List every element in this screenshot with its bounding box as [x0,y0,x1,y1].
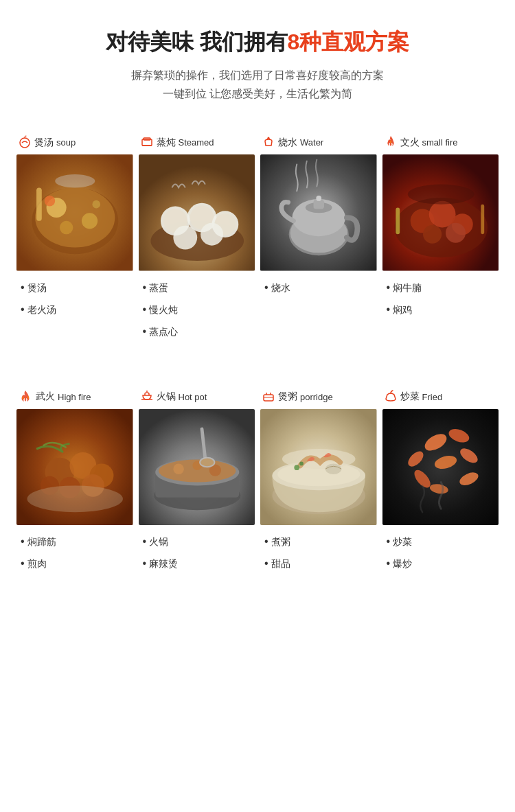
svg-point-35 [428,201,455,228]
svg-point-5 [82,213,98,229]
svg-point-31 [316,196,321,201]
simmer-bullet-1: 焖牛腩 [387,277,496,299]
hotpot-bullets: 火锅 麻辣烫 [139,525,255,583]
svg-point-61 [201,459,214,467]
hotpot-icon [140,389,154,405]
steam-bullet-2: 慢火炖 [143,299,253,321]
cell-simmer-label: 文火 small fire [382,135,499,150]
row2-section: 武火 High fire [0,371,515,590]
svg-point-9 [45,196,55,206]
row2-grid: 武火 High fire [14,385,501,583]
cell-soup: 煲汤 soup [14,130,136,351]
simmer-image [382,154,499,271]
hotpot-bullet-1: 火锅 [143,531,253,553]
title-highlight: 8种直观方案 [288,30,410,54]
steam-label-cn: 蒸炖 [157,137,176,149]
svg-point-22 [173,226,197,250]
highfire-bullet-2: 煎肉 [21,553,130,575]
page-header: 对待美味 我们拥有8种直观方案 摒弃繁琐的操作，我们选用了日常喜好度较高的方案 … [0,0,515,117]
soup-image [16,154,133,271]
cell-steam-label: 蒸炖 Steamed [139,135,255,150]
steam-bullet-1: 蒸蛋 [143,277,253,299]
cell-fried-label: 炒菜 Fried [382,389,499,405]
porridge-label-en: porridge [300,392,333,402]
steam-icon [140,135,154,150]
soup-bullet-1: 煲汤 [21,277,130,299]
hotpot-image [139,409,255,526]
cell-fried: 炒菜 Fried [380,385,502,583]
highfire-icon [18,389,33,405]
title-prefix: 对待美味 我们拥有 [106,30,288,54]
hotpot-label-cn: 火锅 [157,391,176,403]
highfire-bullet-1: 焖蹄筋 [21,531,130,553]
porridge-bullet-2: 甜品 [264,553,374,575]
cell-porridge: 煲粥 porridge [258,385,380,583]
fried-bullet-1: 炒菜 [387,531,496,553]
svg-point-37 [423,225,442,244]
fried-bullets: 炒菜 爆炒 [382,525,499,583]
soup-icon [18,135,32,150]
hotpot-label-en: Hot pot [179,392,207,402]
simmer-icon [384,135,398,150]
svg-point-0 [20,138,30,148]
steam-label-en: Steamed [179,137,214,148]
porridge-image [260,409,377,526]
simmer-bullet-2: 焖鸡 [387,299,496,321]
soup-label-en: soup [56,137,76,148]
water-bullets: 烧水 [260,271,377,307]
cell-highfire-label: 武火 High fire [16,389,133,405]
svg-point-71 [294,465,299,470]
svg-point-57 [173,463,183,474]
soup-label-cn: 煲汤 [34,137,54,149]
steam-bullet-3: 蒸点心 [143,321,253,343]
svg-point-24 [268,137,270,139]
svg-rect-40 [481,205,484,235]
svg-rect-8 [36,188,42,221]
soup-bullet-2: 老火汤 [21,299,130,321]
cell-porridge-label: 煲粥 porridge [260,389,377,405]
row1-grid: 煲汤 soup [14,130,501,351]
water-bullet-1: 烧水 [264,277,374,299]
row1-section: 煲汤 soup [0,117,515,358]
highfire-label-cn: 武火 [36,391,55,403]
fried-icon [384,389,398,405]
steam-bullets: 蒸蛋 慢火炖 蒸点心 [139,271,255,351]
porridge-icon [262,389,275,405]
simmer-label-en: small fire [422,137,458,148]
svg-rect-30 [313,200,323,209]
highfire-label-en: High fire [58,392,91,402]
svg-point-38 [446,223,466,243]
simmer-label-cn: 文火 [400,137,420,149]
svg-point-41 [407,185,474,205]
porridge-bullet-1: 煮粥 [264,531,374,553]
cell-hotpot: 火锅 Hot pot [136,385,258,583]
steam-image [139,154,255,271]
svg-point-23 [201,223,223,246]
porridge-bullets: 煮粥 甜品 [260,525,377,583]
water-label-en: Water [300,137,323,148]
cell-simmer: 文火 small fire [380,130,502,351]
water-icon [262,135,275,150]
water-label-cn: 烧水 [278,137,297,149]
svg-point-70 [325,463,341,474]
page-title: 对待美味 我们拥有8种直观方案 [14,27,501,58]
water-image [260,154,377,271]
highfire-bullets: 焖蹄筋 煎肉 [16,525,133,583]
hotpot-bullet-2: 麻辣烫 [143,553,253,575]
fried-bullet-2: 爆炒 [387,553,496,575]
cell-steam: 蒸炖 Steamed [136,130,258,351]
svg-point-7 [55,174,95,187]
cell-highfire: 武火 High fire [14,385,136,583]
simmer-bullets: 焖牛腩 焖鸡 [382,271,499,329]
porridge-label-cn: 煲粥 [278,391,297,403]
cell-hotpot-label: 火锅 Hot pot [139,389,255,405]
svg-point-72 [299,461,304,465]
svg-point-49 [27,485,122,512]
svg-point-10 [92,200,100,209]
subtitle-2: 一键到位 让您感受美好，生活化繁为简 [14,84,501,103]
fried-label-cn: 炒菜 [400,391,420,403]
fried-image [382,409,499,526]
svg-rect-39 [396,208,400,235]
highfire-image [16,409,133,526]
svg-point-6 [60,221,73,234]
